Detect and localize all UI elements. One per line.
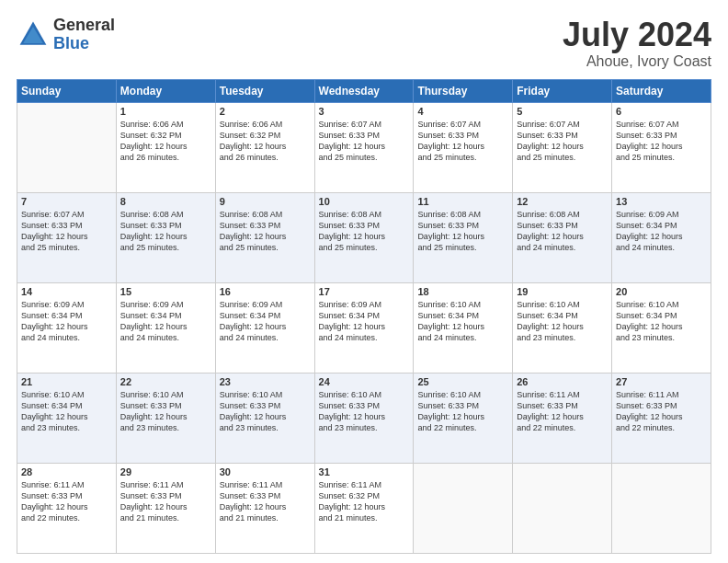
day-info: Sunrise: 6:08 AM Sunset: 6:33 PM Dayligh… — [517, 209, 608, 254]
table-cell — [513, 463, 612, 553]
col-thursday: Thursday — [414, 79, 513, 102]
logo-general-label: General — [53, 17, 115, 35]
calendar-header-row: Sunday Monday Tuesday Wednesday Thursday… — [17, 79, 711, 102]
title-month: July 2024 — [563, 17, 711, 53]
col-sunday: Sunday — [17, 79, 117, 102]
day-number: 5 — [517, 106, 608, 117]
day-number: 28 — [21, 466, 112, 477]
table-cell — [612, 463, 711, 553]
day-info: Sunrise: 6:09 AM Sunset: 6:34 PM Dayligh… — [616, 209, 707, 254]
day-info: Sunrise: 6:07 AM Sunset: 6:33 PM Dayligh… — [417, 119, 508, 164]
logo-blue-label: Blue — [53, 35, 115, 53]
day-info: Sunrise: 6:11 AM Sunset: 6:33 PM Dayligh… — [21, 479, 112, 524]
table-cell: 29Sunrise: 6:11 AM Sunset: 6:33 PM Dayli… — [116, 463, 215, 553]
day-info: Sunrise: 6:10 AM Sunset: 6:34 PM Dayligh… — [417, 299, 508, 344]
day-number: 6 — [616, 106, 707, 117]
day-info: Sunrise: 6:10 AM Sunset: 6:34 PM Dayligh… — [616, 299, 707, 344]
col-friday: Friday — [513, 79, 612, 102]
table-cell: 4Sunrise: 6:07 AM Sunset: 6:33 PM Daylig… — [414, 102, 513, 192]
day-info: Sunrise: 6:10 AM Sunset: 6:33 PM Dayligh… — [220, 389, 311, 434]
day-number: 10 — [319, 196, 410, 207]
table-cell: 2Sunrise: 6:06 AM Sunset: 6:32 PM Daylig… — [215, 102, 314, 192]
day-number: 4 — [417, 106, 508, 117]
col-wednesday: Wednesday — [314, 79, 414, 102]
col-monday: Monday — [116, 79, 215, 102]
day-number: 25 — [417, 376, 508, 387]
table-cell: 10Sunrise: 6:08 AM Sunset: 6:33 PM Dayli… — [314, 192, 414, 282]
day-number: 22 — [120, 376, 211, 387]
day-info: Sunrise: 6:11 AM Sunset: 6:33 PM Dayligh… — [220, 479, 311, 524]
day-info: Sunrise: 6:07 AM Sunset: 6:33 PM Dayligh… — [517, 119, 608, 164]
logo-icon — [17, 18, 50, 52]
table-cell: 8Sunrise: 6:08 AM Sunset: 6:33 PM Daylig… — [116, 192, 215, 282]
day-number: 2 — [220, 106, 311, 117]
day-info: Sunrise: 6:11 AM Sunset: 6:33 PM Dayligh… — [120, 479, 211, 524]
title-location: Ahoue, Ivory Coast — [563, 53, 711, 70]
table-cell: 17Sunrise: 6:09 AM Sunset: 6:34 PM Dayli… — [314, 282, 414, 373]
day-number: 17 — [319, 286, 410, 297]
day-number: 19 — [517, 286, 608, 297]
day-number: 18 — [417, 286, 508, 297]
table-cell: 28Sunrise: 6:11 AM Sunset: 6:33 PM Dayli… — [17, 463, 117, 553]
day-info: Sunrise: 6:07 AM Sunset: 6:33 PM Dayligh… — [319, 119, 410, 164]
week-row-1: 1Sunrise: 6:06 AM Sunset: 6:32 PM Daylig… — [17, 102, 711, 192]
table-cell: 26Sunrise: 6:11 AM Sunset: 6:33 PM Dayli… — [513, 373, 612, 463]
day-info: Sunrise: 6:06 AM Sunset: 6:32 PM Dayligh… — [220, 119, 311, 164]
day-number: 27 — [616, 376, 707, 387]
day-info: Sunrise: 6:08 AM Sunset: 6:33 PM Dayligh… — [319, 209, 410, 254]
day-info: Sunrise: 6:10 AM Sunset: 6:33 PM Dayligh… — [120, 389, 211, 434]
page: General Blue July 2024 Ahoue, Ivory Coas… — [0, 0, 728, 563]
day-info: Sunrise: 6:09 AM Sunset: 6:34 PM Dayligh… — [120, 299, 211, 344]
table-cell — [414, 463, 513, 553]
table-cell: 30Sunrise: 6:11 AM Sunset: 6:33 PM Dayli… — [215, 463, 314, 553]
table-cell: 13Sunrise: 6:09 AM Sunset: 6:34 PM Dayli… — [612, 192, 711, 282]
day-info: Sunrise: 6:10 AM Sunset: 6:34 PM Dayligh… — [517, 299, 608, 344]
day-number: 9 — [220, 196, 311, 207]
day-number: 29 — [120, 466, 211, 477]
day-number: 1 — [120, 106, 211, 117]
day-number: 21 — [21, 376, 112, 387]
table-cell: 25Sunrise: 6:10 AM Sunset: 6:33 PM Dayli… — [414, 373, 513, 463]
col-tuesday: Tuesday — [215, 79, 314, 102]
table-cell: 11Sunrise: 6:08 AM Sunset: 6:33 PM Dayli… — [414, 192, 513, 282]
week-row-2: 7Sunrise: 6:07 AM Sunset: 6:33 PM Daylig… — [17, 192, 711, 282]
day-info: Sunrise: 6:07 AM Sunset: 6:33 PM Dayligh… — [21, 209, 112, 254]
table-cell: 6Sunrise: 6:07 AM Sunset: 6:33 PM Daylig… — [612, 102, 711, 192]
day-number: 30 — [220, 466, 311, 477]
table-cell: 3Sunrise: 6:07 AM Sunset: 6:33 PM Daylig… — [314, 102, 414, 192]
table-cell: 7Sunrise: 6:07 AM Sunset: 6:33 PM Daylig… — [17, 192, 117, 282]
week-row-3: 14Sunrise: 6:09 AM Sunset: 6:34 PM Dayli… — [17, 282, 711, 373]
table-cell — [17, 102, 117, 192]
day-info: Sunrise: 6:10 AM Sunset: 6:34 PM Dayligh… — [21, 389, 112, 434]
day-info: Sunrise: 6:10 AM Sunset: 6:33 PM Dayligh… — [319, 389, 410, 434]
col-saturday: Saturday — [612, 79, 711, 102]
day-info: Sunrise: 6:09 AM Sunset: 6:34 PM Dayligh… — [220, 299, 311, 344]
day-number: 20 — [616, 286, 707, 297]
table-cell: 9Sunrise: 6:08 AM Sunset: 6:33 PM Daylig… — [215, 192, 314, 282]
day-info: Sunrise: 6:10 AM Sunset: 6:33 PM Dayligh… — [417, 389, 508, 434]
table-cell: 22Sunrise: 6:10 AM Sunset: 6:33 PM Dayli… — [116, 373, 215, 463]
day-number: 15 — [120, 286, 211, 297]
day-number: 7 — [21, 196, 112, 207]
table-cell: 19Sunrise: 6:10 AM Sunset: 6:34 PM Dayli… — [513, 282, 612, 373]
table-cell: 14Sunrise: 6:09 AM Sunset: 6:34 PM Dayli… — [17, 282, 117, 373]
day-info: Sunrise: 6:06 AM Sunset: 6:32 PM Dayligh… — [120, 119, 211, 164]
day-number: 23 — [220, 376, 311, 387]
logo-text: General Blue — [53, 17, 115, 53]
header: General Blue July 2024 Ahoue, Ivory Coas… — [17, 17, 711, 70]
day-number: 16 — [220, 286, 311, 297]
day-number: 8 — [120, 196, 211, 207]
day-number: 12 — [517, 196, 608, 207]
table-cell: 16Sunrise: 6:09 AM Sunset: 6:34 PM Dayli… — [215, 282, 314, 373]
table-cell: 31Sunrise: 6:11 AM Sunset: 6:32 PM Dayli… — [314, 463, 414, 553]
table-cell: 5Sunrise: 6:07 AM Sunset: 6:33 PM Daylig… — [513, 102, 612, 192]
day-info: Sunrise: 6:08 AM Sunset: 6:33 PM Dayligh… — [120, 209, 211, 254]
day-number: 14 — [21, 286, 112, 297]
day-info: Sunrise: 6:08 AM Sunset: 6:33 PM Dayligh… — [417, 209, 508, 254]
table-cell: 27Sunrise: 6:11 AM Sunset: 6:33 PM Dayli… — [612, 373, 711, 463]
day-info: Sunrise: 6:08 AM Sunset: 6:33 PM Dayligh… — [220, 209, 311, 254]
day-number: 11 — [417, 196, 508, 207]
day-info: Sunrise: 6:09 AM Sunset: 6:34 PM Dayligh… — [319, 299, 410, 344]
calendar-table: Sunday Monday Tuesday Wednesday Thursday… — [17, 79, 711, 554]
day-number: 26 — [517, 376, 608, 387]
